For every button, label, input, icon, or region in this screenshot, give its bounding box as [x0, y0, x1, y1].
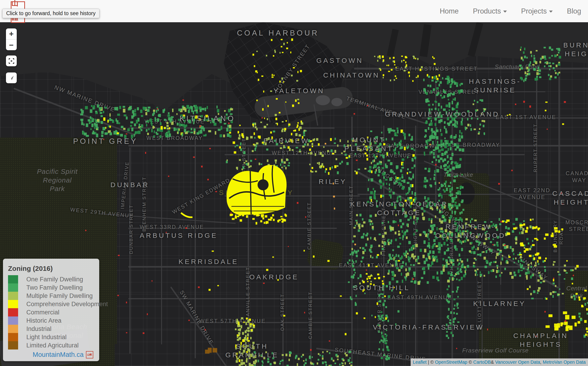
map-label: EAST HASTINGS STREET — [395, 65, 478, 72]
mountainmath-link[interactable]: MountainMath.ca — [33, 351, 84, 358]
map-label: COAL HARBOUR — [237, 28, 319, 38]
map-label: DUNBAR — [111, 181, 149, 189]
legend-swatch — [8, 308, 18, 316]
legend-swatch — [8, 333, 18, 341]
map-label: RENFREW-COLLINGWOOD — [412, 222, 529, 240]
map-label: KILLARNEY — [473, 299, 526, 308]
map-label: EAST 49TH AVENUE — [387, 294, 452, 301]
legend-title: Zoning (2016) — [8, 265, 53, 272]
legend-label: Limited Agricultural — [26, 342, 79, 349]
map-label: FAIRVIEW — [263, 137, 309, 145]
locate-button[interactable] — [6, 72, 17, 83]
map-label: MOUNT PLEASANT — [344, 136, 394, 153]
legend-swatch — [8, 292, 18, 300]
map-label: WEST BROADWAY — [146, 135, 203, 142]
stadium-shape — [331, 98, 342, 106]
legend-label: Historic Area — [26, 317, 61, 324]
chevron-down-icon — [549, 11, 553, 13]
map-label: CAMBIE STREET — [306, 202, 312, 250]
nav-item-products[interactable]: Products — [473, 7, 507, 15]
legend-swatch — [8, 275, 18, 283]
map-label: WEST 57TH AVENUE — [199, 318, 266, 325]
map-label: GASTOWN — [316, 56, 364, 65]
map-label: KITSILANO — [179, 114, 235, 123]
road-line — [128, 128, 335, 129]
legend-swatch — [8, 325, 18, 333]
map-label: BURNABY HEIGHTS — [563, 41, 588, 58]
legend-row: Two Family Dwelling — [8, 283, 108, 292]
legend-swatch — [8, 283, 18, 292]
browser-back-forward-tooltip: Click to go forward, hold to see history — [2, 9, 99, 18]
legend-row: Industrial — [8, 325, 108, 333]
attribution-text: & — [491, 359, 495, 365]
legend-row: Limited Agricultural — [8, 341, 108, 350]
legend-label: Comprehensive Development — [26, 301, 108, 308]
app-window: 山軟 軟體 HomeProductsProjectsBlog Click to … — [0, 0, 588, 366]
road-line — [248, 147, 249, 366]
attribution-text: © — [467, 359, 473, 365]
map-label: EAST BROADWAY — [386, 142, 443, 149]
nav-item-label: Home — [440, 7, 459, 15]
mountainmath-seal-icon: 山軟 — [86, 351, 93, 358]
map-label: POINT GREY — [73, 137, 138, 146]
map-label: HASTINGS-SUNRISE — [448, 77, 542, 94]
legend-swatch — [8, 341, 18, 350]
fullscreen-icon — [8, 58, 15, 64]
zoom-control: + − — [6, 28, 17, 50]
attribution-link[interactable]: Vancouver Open Data — [495, 359, 540, 365]
attribution-link[interactable]: MetroVan Open Data — [543, 359, 586, 365]
legend-row: Light Industrial — [8, 333, 108, 341]
map-label: EAST 41ST AVENUE — [339, 262, 403, 269]
map-label: EAST 12TH AVENUE — [349, 152, 412, 159]
map-label: RUPERT STREET — [532, 124, 538, 172]
legend-row: Commercial — [8, 308, 108, 316]
legend-label: Multiple Family Dwelling — [26, 292, 93, 299]
map-label: EAST 1ST AVENUE — [495, 114, 556, 121]
map-label: Central Park — [566, 285, 587, 299]
map-label: ARBUTUS RIDGE — [140, 231, 218, 240]
map-label: RILEY — [319, 177, 347, 186]
map-label: MOSCROP STREET — [566, 219, 588, 233]
legend-label: One Family Dwelling — [26, 276, 83, 283]
map-label: SOUTH HILL — [353, 283, 410, 292]
zoning-legend: Zoning (2016) One Family DwellingTwo Fam… — [3, 259, 99, 361]
chevron-down-icon — [503, 11, 507, 13]
map-label: Trout Lake — [443, 171, 473, 179]
map-label: VICTORIA-FRASERVIEW — [373, 323, 484, 332]
map-label: DUNBAR STREET — [128, 205, 134, 254]
legend-swatch — [8, 316, 18, 325]
legend-row: Historic Area — [8, 316, 108, 325]
fullscreen-button[interactable] — [6, 55, 17, 66]
legend-label: Commercial — [26, 309, 59, 316]
map-label: CAMBIE STREET — [307, 291, 313, 339]
map-label: GRANDVIEW-WOODLAND — [385, 110, 500, 119]
legend-row: One Family Dwelling — [8, 275, 108, 283]
map-label: YALETOWN — [273, 86, 325, 95]
map-label: OAK STREET — [279, 294, 285, 331]
attribution-link[interactable]: OpenStreetMap — [435, 359, 467, 365]
zoom-out-button[interactable]: − — [6, 40, 17, 50]
map-canvas[interactable]: COAL HARBOURGASTOWNCHINATOWNYALETOWNHAST… — [0, 22, 588, 366]
map-label: FIR STREET — [241, 138, 247, 173]
map-label: Sanctuary Pond — [495, 63, 540, 71]
legend-row: Comprehensive Development — [8, 300, 108, 308]
map-label: KENSINGTON-CEDAR COTTAGE — [350, 200, 448, 217]
zoom-in-button[interactable]: + — [6, 28, 17, 40]
nav-item-home[interactable]: Home — [440, 7, 459, 15]
stadium-shape — [316, 95, 330, 105]
attribution-link[interactable]: Leaflet — [413, 359, 427, 365]
map-label: OAKRIDGE — [249, 273, 299, 281]
nav-item-projects[interactable]: Projects — [521, 7, 553, 15]
attribution-link[interactable]: CartoDB — [473, 359, 491, 365]
map-label: CHAMPLAIN HEIGHTS — [513, 331, 568, 349]
nav-item-label: Projects — [521, 7, 547, 15]
road-line — [536, 76, 537, 283]
nav: HomeProductsProjectsBlog — [440, 0, 581, 22]
map-label: WEST 12TH AVENUE — [272, 150, 335, 156]
nav-item-label: Products — [473, 7, 501, 15]
map-label: CASCADE HEIGHTS — [552, 189, 588, 206]
nav-item-blog[interactable]: Blog — [567, 7, 581, 15]
map-label: KERRISDALE — [179, 257, 238, 266]
map-label: CHINATOWN — [323, 71, 380, 80]
map-label: BOUNDARY ROAD — [552, 220, 564, 252]
